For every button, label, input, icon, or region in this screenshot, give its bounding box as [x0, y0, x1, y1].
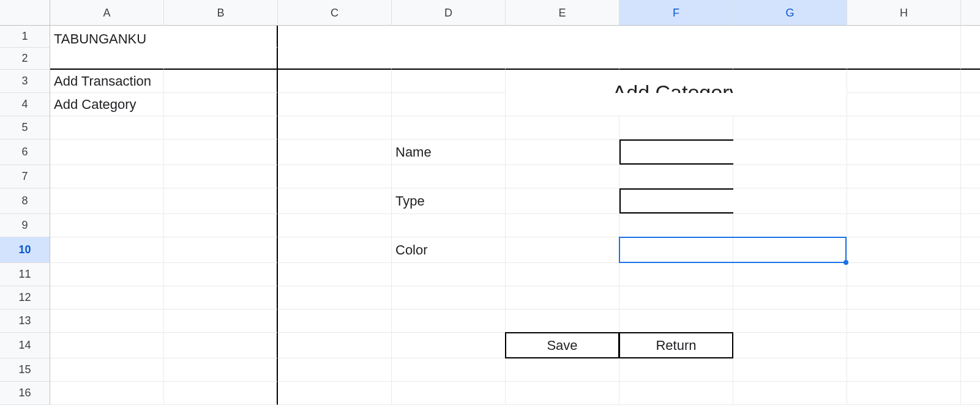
cell-A12[interactable] [50, 286, 164, 310]
cell-I13[interactable] [961, 310, 980, 333]
cell-H6[interactable] [847, 139, 961, 165]
cell-I1[interactable] [961, 26, 980, 48]
cell-F15[interactable] [619, 358, 733, 382]
cell-F7[interactable] [619, 165, 733, 188]
cell-D3[interactable] [392, 70, 506, 93]
cell-D9[interactable] [392, 214, 506, 237]
cell-I2[interactable] [961, 48, 980, 70]
cell-G16[interactable] [733, 382, 847, 405]
cell-B10[interactable] [164, 237, 278, 263]
cell-C7[interactable] [278, 165, 392, 188]
cell-G12[interactable] [733, 286, 847, 310]
cell-A13[interactable] [50, 310, 164, 333]
row-header-12[interactable]: 12 [0, 286, 50, 310]
cell-H7[interactable] [847, 165, 961, 188]
cell-H10[interactable] [847, 237, 961, 263]
row-header-15[interactable]: 15 [0, 358, 50, 382]
cell-C9[interactable] [278, 214, 392, 237]
cell-E8[interactable] [506, 188, 619, 214]
cell-H16[interactable] [847, 382, 961, 405]
cell-F2[interactable] [619, 48, 733, 70]
col-header-H[interactable]: H [847, 0, 961, 26]
cell-G14[interactable] [733, 333, 847, 358]
cell-G7[interactable] [733, 165, 847, 188]
cell-B12[interactable] [164, 286, 278, 310]
cell-I4[interactable] [961, 93, 980, 116]
cell-A8[interactable] [50, 188, 164, 214]
cell-C5[interactable] [278, 116, 392, 139]
row-header-1[interactable]: 1 [0, 26, 50, 48]
cell-E9[interactable] [506, 214, 619, 237]
type-dropdown[interactable]: ▼ [619, 188, 733, 214]
cell-A14[interactable] [50, 333, 164, 358]
cell-B13[interactable] [164, 310, 278, 333]
cell-D16[interactable] [392, 382, 506, 405]
cell-B4[interactable] [164, 93, 278, 116]
cell-I3[interactable] [961, 70, 980, 93]
cell-H2[interactable] [847, 48, 961, 70]
cell-C2[interactable] [278, 48, 392, 70]
cell-E6[interactable] [506, 139, 619, 165]
cell-F4[interactable] [619, 93, 733, 116]
cell-H14[interactable] [847, 333, 961, 358]
cell-F1[interactable] [619, 26, 733, 48]
cell-I5[interactable] [961, 116, 980, 139]
cell-H8[interactable] [847, 188, 961, 214]
cell-F9[interactable] [619, 214, 733, 237]
cell-E1[interactable] [506, 26, 619, 48]
cell-D15[interactable] [392, 358, 506, 382]
save-button[interactable]: Save [506, 333, 619, 358]
cell-G6[interactable] [733, 139, 847, 165]
cell-I11[interactable] [961, 263, 980, 286]
cell-C8[interactable] [278, 188, 392, 214]
cell-E16[interactable] [506, 382, 619, 405]
name-input[interactable] [619, 139, 733, 165]
cell-I10[interactable] [961, 237, 980, 263]
cell-A10[interactable] [50, 237, 164, 263]
row-header-7[interactable]: 7 [0, 165, 50, 188]
cell-C6[interactable] [278, 139, 392, 165]
cell-C13[interactable] [278, 310, 392, 333]
cell-G9[interactable] [733, 214, 847, 237]
cell-E7[interactable] [506, 165, 619, 188]
row-header-8[interactable]: 8 [0, 188, 50, 214]
cell-B3[interactable] [164, 70, 278, 93]
cell-H13[interactable] [847, 310, 961, 333]
cell-B14[interactable] [164, 333, 278, 358]
cell-D11[interactable] [392, 263, 506, 286]
cell-C16[interactable] [278, 382, 392, 405]
cell-E15[interactable] [506, 358, 619, 382]
col-header-D[interactable]: D [392, 0, 506, 26]
cell-E4[interactable] [506, 93, 619, 116]
col-header-F[interactable]: F [619, 0, 733, 26]
cell-D2[interactable] [392, 48, 506, 70]
cell-A1[interactable]: TABUNGANKU [50, 26, 164, 48]
cell-E12[interactable] [506, 286, 619, 310]
cell-B1[interactable] [164, 26, 278, 48]
cell-E3[interactable] [506, 70, 619, 93]
cell-F13[interactable] [619, 310, 733, 333]
cell-D7[interactable] [392, 165, 506, 188]
cell-A15[interactable] [50, 358, 164, 382]
col-header-C[interactable]: C [278, 0, 392, 26]
row-header-10[interactable]: 10 [0, 237, 50, 263]
cell-G15[interactable] [733, 358, 847, 382]
cell-H1[interactable] [847, 26, 961, 48]
cell-G10[interactable] [733, 237, 847, 263]
row-header-4[interactable]: 4 [0, 93, 50, 116]
cell-B11[interactable] [164, 263, 278, 286]
cell-D12[interactable] [392, 286, 506, 310]
row-header-3[interactable]: 3 [0, 70, 50, 93]
cell-H12[interactable] [847, 286, 961, 310]
cell-A11[interactable] [50, 263, 164, 286]
cell-C1[interactable] [278, 26, 392, 48]
sidebar-item-add-category[interactable]: Add Category [50, 93, 164, 116]
cell-H5[interactable] [847, 116, 961, 139]
cell-B15[interactable] [164, 358, 278, 382]
row-header-16[interactable]: 16 [0, 382, 50, 405]
cell-H9[interactable] [847, 214, 961, 237]
cell-F12[interactable] [619, 286, 733, 310]
select-all-corner[interactable] [0, 0, 50, 26]
cell-E11[interactable] [506, 263, 619, 286]
cell-D1[interactable] [392, 26, 506, 48]
